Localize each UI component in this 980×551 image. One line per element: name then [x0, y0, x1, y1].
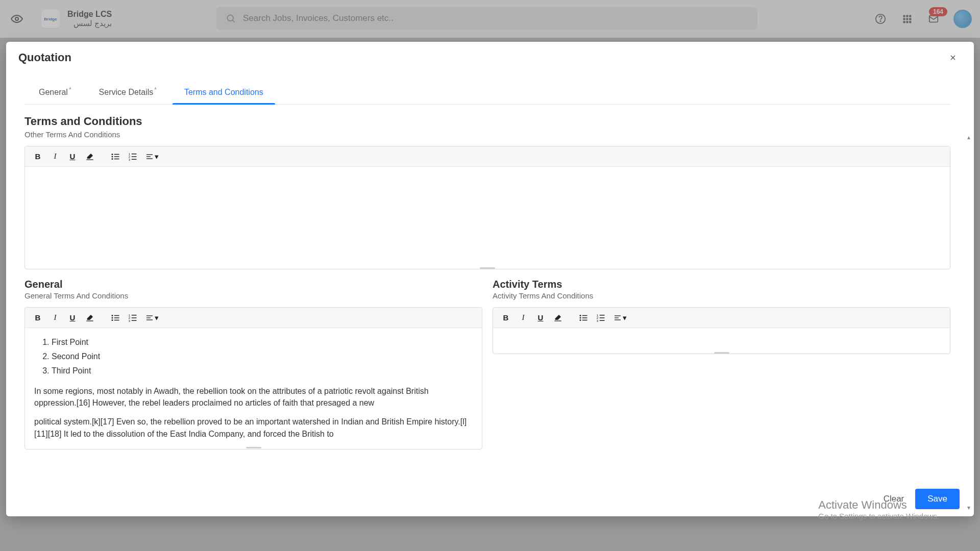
list-item: Third Point [52, 364, 473, 378]
clear-format-button[interactable] [551, 311, 565, 324]
svg-rect-21 [114, 156, 119, 157]
section-terms-title: Terms and Conditions [24, 115, 950, 128]
svg-text:3: 3 [129, 319, 131, 322]
ordered-list-button[interactable]: 123 [126, 311, 139, 324]
editor-activity-content[interactable] [493, 328, 950, 352]
svg-point-52 [580, 317, 581, 318]
svg-rect-29 [132, 159, 137, 160]
tab-general[interactable]: General* [24, 83, 85, 104]
svg-rect-47 [146, 317, 151, 318]
modal-tabs: General* Service Details* Terms and Cond… [24, 83, 950, 105]
editor-other-terms-resize[interactable] [25, 267, 950, 269]
unordered-list-button[interactable] [109, 150, 122, 163]
svg-point-34 [112, 315, 113, 316]
svg-rect-57 [600, 315, 605, 316]
section-terms-subtitle: Other Terms And Conditions [24, 130, 950, 139]
ordered-list-button[interactable]: 123 [126, 150, 139, 163]
italic-button[interactable]: I [48, 150, 62, 163]
unordered-list-button[interactable] [577, 311, 590, 324]
bold-button[interactable]: B [31, 150, 44, 163]
paragraph: In some regions, most notably in Awadh, … [34, 385, 473, 409]
svg-point-36 [112, 317, 113, 318]
editor-other-terms-toolbar: B I U 123 ▾ [25, 146, 950, 167]
editor-general-toolbar: B I U 123 ▾ [25, 308, 482, 328]
svg-rect-51 [582, 315, 587, 316]
editor-other-terms: B I U 123 ▾ [24, 146, 950, 269]
editor-general-terms: B I U 123 ▾ First Point Se [24, 307, 482, 449]
svg-rect-39 [114, 319, 119, 320]
align-dropdown[interactable]: ▾ [143, 150, 161, 163]
italic-button[interactable]: I [48, 311, 62, 324]
bold-button[interactable]: B [31, 311, 44, 324]
save-button[interactable]: Save [915, 489, 960, 509]
ordered-list-button[interactable]: 123 [594, 311, 607, 324]
svg-rect-59 [600, 317, 605, 318]
svg-text:3: 3 [597, 319, 599, 322]
svg-rect-32 [146, 158, 153, 159]
svg-point-50 [580, 315, 581, 316]
svg-rect-35 [114, 315, 119, 316]
svg-rect-23 [114, 158, 119, 159]
svg-rect-43 [132, 317, 137, 318]
svg-rect-25 [132, 154, 137, 155]
svg-rect-41 [132, 315, 137, 316]
svg-rect-27 [132, 156, 137, 157]
modal-scrollbar[interactable]: ▴▾ [965, 134, 972, 511]
svg-rect-17 [86, 159, 93, 160]
clear-format-button[interactable] [83, 150, 96, 163]
editor-general-content[interactable]: First Point Second Point Third Point In … [25, 328, 482, 447]
svg-rect-19 [114, 154, 119, 155]
svg-rect-55 [582, 319, 587, 320]
align-dropdown[interactable]: ▾ [143, 311, 161, 324]
editor-other-terms-content[interactable] [25, 167, 950, 267]
svg-text:3: 3 [129, 158, 131, 161]
svg-rect-48 [146, 319, 153, 320]
svg-point-38 [112, 319, 113, 321]
clear-button[interactable]: Clear [884, 494, 904, 504]
clear-format-button[interactable] [83, 311, 96, 324]
svg-rect-30 [146, 154, 153, 155]
editor-activity-resize[interactable] [493, 352, 950, 354]
svg-rect-63 [615, 317, 619, 318]
tab-general-label: General [39, 88, 68, 96]
section-activity-subtitle: Activity Terms And Conditions [493, 291, 950, 300]
underline-button[interactable]: U [66, 150, 79, 163]
svg-rect-53 [582, 317, 587, 318]
paragraph: political system.[k][17] Even so, the re… [34, 416, 473, 439]
tab-terms-label: Terms and Conditions [184, 88, 263, 96]
editor-general-resize[interactable] [25, 447, 482, 449]
svg-rect-64 [615, 319, 621, 320]
section-general-subtitle: General Terms And Conditions [24, 291, 482, 300]
modal-footer: Clear Save [884, 489, 960, 509]
underline-button[interactable]: U [66, 311, 79, 324]
svg-point-18 [112, 154, 113, 155]
svg-rect-33 [86, 320, 93, 321]
tab-service-details[interactable]: Service Details* [85, 83, 170, 104]
svg-rect-61 [600, 320, 605, 321]
editor-activity-toolbar: B I U 123 ▾ [493, 308, 950, 328]
modal-close-button[interactable] [946, 51, 960, 64]
svg-rect-37 [114, 317, 119, 318]
svg-point-20 [112, 156, 113, 157]
tab-terms-and-conditions[interactable]: Terms and Conditions [170, 83, 278, 104]
modal-title: Quotation [18, 51, 71, 64]
italic-button[interactable]: I [517, 311, 530, 324]
unordered-list-button[interactable] [109, 311, 122, 324]
list-item: Second Point [52, 349, 473, 364]
svg-point-22 [112, 158, 113, 160]
section-activity-title: Activity Terms [493, 279, 950, 290]
svg-rect-49 [554, 320, 561, 321]
svg-rect-62 [615, 315, 621, 316]
svg-rect-45 [132, 320, 137, 321]
editor-activity-terms: B I U 123 ▾ [493, 307, 950, 354]
svg-rect-46 [146, 315, 153, 316]
align-dropdown[interactable]: ▾ [611, 311, 629, 324]
svg-point-54 [580, 319, 581, 321]
section-general-title: General [24, 279, 482, 290]
svg-rect-31 [146, 156, 151, 157]
bold-button[interactable]: B [499, 311, 512, 324]
list-item: First Point [52, 335, 473, 349]
tab-service-details-label: Service Details [99, 88, 154, 96]
quotation-modal: Quotation ▴▾ General* Service Details* T… [6, 42, 974, 516]
underline-button[interactable]: U [534, 311, 547, 324]
